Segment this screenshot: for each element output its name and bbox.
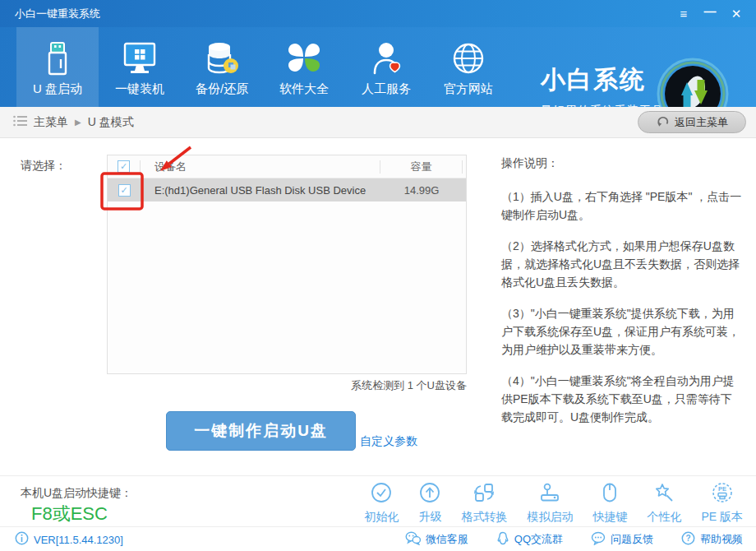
star-icon [652,481,675,507]
instruction-step: （2）选择格式化方式，如果用户想保存U盘数据，就选择格式化U盘且不丢失数据，否则… [501,237,743,291]
version-text: VER[11.5.44.1230] [34,534,123,546]
device-table: ✓ 设备名 容量 ✓ E:(hd1)General USB Flash Disk… [107,155,467,374]
mouse-icon [598,481,621,507]
list-icon [13,115,27,130]
detected-devices-text: 系统检测到 1 个U盘设备 [107,378,467,393]
status-link-label: QQ交流群 [514,532,563,547]
back-arrow-icon [656,115,669,129]
arrow-up-circle-icon [418,481,441,507]
version-info: VER[11.5.44.1230] [15,531,123,548]
nav-item-official-site[interactable]: 官方网站 [427,27,509,107]
table-header: ✓ 设备名 容量 [108,155,466,178]
usb-drive-icon [39,37,76,80]
pe-version-icon: PE [711,481,734,507]
feedback-bubble-icon [591,531,606,548]
statusbar: VER[11.5.44.1230] 微信客服 [0,526,756,551]
minimize-icon[interactable]: — [697,0,723,27]
tool-label: 快捷键 [592,510,627,525]
chevron-right-icon: ▶ [75,118,81,127]
status-link-label: 帮助视频 [700,532,743,547]
help-circle-icon: ? [681,531,695,548]
nav-label: 一键装机 [115,81,164,97]
select-all-checkbox[interactable]: ✓ [118,160,130,173]
menu-icon[interactable]: ≡ [671,0,697,27]
instruction-step: （1）插入U盘，右下角选择 "PE版本" ，点击一键制作启动U盘。 [501,188,743,224]
wechat-support-link[interactable]: 微信客服 [405,531,468,548]
navbar: U 盘启动 一键装机 [0,27,756,107]
status-link-label: 问题反馈 [611,532,653,547]
tool-label: 个性化 [647,510,681,525]
tool-label: 模拟启动 [527,510,573,525]
status-links: 微信客服 QQ交流群 问题反馈 [405,531,743,548]
hotkey-bar: 本机U盘启动快捷键： F8或ESC 初始化 升级 [0,475,756,526]
hotkey-label: 本机U盘启动快捷键： [21,486,132,501]
window-title: 小白一键重装系统 [15,7,100,21]
capacity-cell: 14.99G [380,184,463,197]
breadcrumb-root[interactable]: 主菜单 [34,115,68,130]
svg-text:?: ? [685,534,690,543]
tool-simulate-boot[interactable]: 模拟启动 [527,481,573,525]
feedback-link[interactable]: 问题反馈 [591,531,653,548]
close-icon[interactable]: ✕ [723,0,749,27]
joystick-icon [538,481,561,507]
nav-label: 备份/还原 [196,81,248,97]
brand-name: 小白系统 [541,63,664,97]
back-to-main-menu-button[interactable]: 返回主菜单 [638,111,746,133]
nav-label: 软件大全 [279,81,329,97]
back-button-label: 返回主菜单 [675,115,728,130]
instruction-step: （4）"小白一键重装系统"将全程自动为用户提供PE版本下载及系统下载至U盘，只需… [501,372,743,426]
nav-label: 人工服务 [362,81,411,97]
hotkey-value: F8或ESC [31,502,108,526]
nav-label: 官方网站 [444,81,493,97]
tool-label: PE 版本 [701,510,743,525]
breadcrumb: 主菜单 ▶ U 盘模式 返回主菜单 [0,107,756,138]
instruction-step: （3）"小白一键重装系统"提供系统下载，为用户下载系统保存至U盘，保证用户有系统… [501,304,743,359]
nav-label: U 盘启动 [33,81,82,97]
custom-params-link[interactable]: 自定义参数 [360,434,417,449]
tool-label: 初始化 [364,510,399,525]
nav-item-service[interactable]: 人工服务 [345,27,427,107]
nav-item-one-key-install[interactable]: 一键装机 [99,27,181,107]
qq-group-link[interactable]: QQ交流群 [496,531,563,548]
instructions-title: 操作说明： [501,156,743,171]
svg-text:PE: PE [718,485,726,493]
select-label: 请选择： [21,159,67,174]
tool-shortcut-keys[interactable]: 快捷键 [592,481,627,525]
qq-icon [496,531,509,548]
titlebar: 小白一键重装系统 ≡ — ✕ [0,0,756,27]
tool-label: 格式转换 [461,510,507,525]
tool-personalize[interactable]: 个性化 [647,481,681,525]
tool-upgrade[interactable]: 升级 [418,481,441,525]
format-convert-icon [472,481,496,507]
nav-item-backup-restore[interactable]: 备份/还原 [181,27,263,107]
nav-item-software[interactable]: 软件大全 [263,27,345,107]
info-icon [15,531,29,548]
tool-pe-version[interactable]: PE PE 版本 [701,481,743,525]
tool-label: 升级 [418,510,441,525]
tool-format-convert[interactable]: 格式转换 [461,481,507,525]
make-boot-usb-button[interactable]: 一键制作启动U盘 [166,411,356,451]
monitor-windows-icon [120,37,159,80]
wechat-icon [405,531,421,548]
backup-restore-icon [203,37,241,80]
check-circle-icon [370,481,393,507]
breadcrumb-current: U 盘模式 [88,115,134,130]
window-controls: ≡ — ✕ [671,0,749,27]
instructions-panel: 操作说明： （1）插入U盘，右下角选择 "PE版本" ，点击一键制作启动U盘。 … [501,156,743,439]
table-row[interactable]: ✓ E:(hd1)General USB Flash Disk USB Devi… [108,178,466,201]
tool-initialize[interactable]: 初始化 [364,481,399,525]
help-video-link[interactable]: ? 帮助视频 [681,531,743,548]
device-checkbox[interactable]: ✓ [118,184,131,197]
app-window: 小白一键重装系统 ≡ — ✕ U 盘启动 [0,0,756,551]
person-heart-icon [368,37,404,80]
main-content: 请选择： ✓ 设备名 容量 ✓ E:(hd1)General USB Flash… [0,138,756,475]
nav-items: U 盘启动 一键装机 [16,27,509,107]
tools-row: 初始化 升级 [364,481,743,525]
device-name-header: 设备名 [141,160,380,174]
software-clover-icon [286,37,322,80]
nav-item-usb-boot[interactable]: U 盘启动 [16,27,99,107]
status-link-label: 微信客服 [426,532,468,547]
capacity-header: 容量 [380,160,463,174]
globe-icon [450,37,486,80]
device-name-cell: E:(hd1)General USB Flash Disk USB Device [141,184,380,197]
